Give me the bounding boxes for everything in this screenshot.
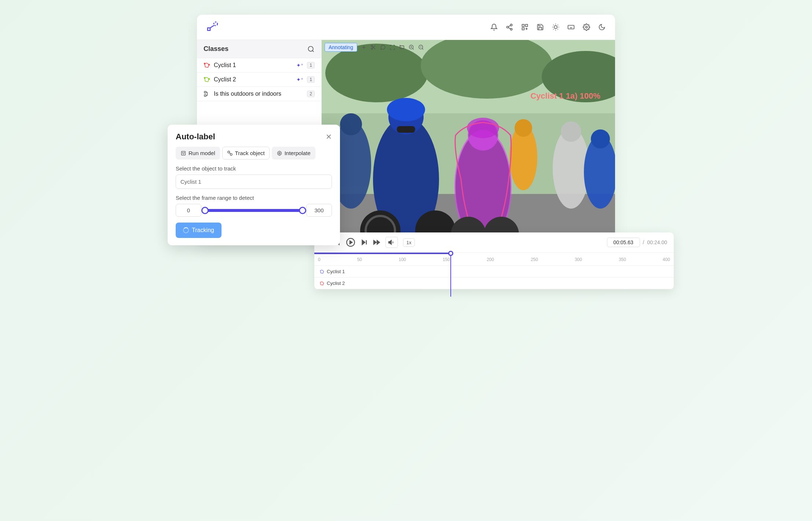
- svg-line-6: [508, 27, 511, 29]
- grid-icon[interactable]: [521, 23, 528, 31]
- svg-point-87: [228, 151, 230, 153]
- object-select-label: Select the object to track: [176, 165, 332, 172]
- svg-line-7: [508, 25, 511, 26]
- svg-line-17: [557, 29, 558, 29]
- modal-tabs: Run model Track object Interpolate: [176, 147, 332, 159]
- tab-interpolate[interactable]: Interpolate: [272, 147, 315, 159]
- current-time-input[interactable]: [607, 238, 640, 247]
- svg-point-66: [561, 121, 581, 142]
- status-badge[interactable]: Annotating: [325, 43, 357, 52]
- playback-speed-badge[interactable]: 1x: [403, 238, 415, 247]
- timeline-progress: [314, 253, 451, 254]
- class-count-badge: 1: [307, 76, 315, 83]
- svg-point-88: [230, 153, 232, 155]
- class-row-cyclist-2[interactable]: Cyclist 2 ✦⁺ 1: [197, 73, 321, 87]
- class-count-badge: 1: [307, 62, 315, 69]
- class-count-badge: 2: [307, 91, 315, 97]
- timeline-ticks: 0 50 100 150 200 250 300 350 400: [314, 253, 674, 264]
- frame-range-control: [176, 204, 332, 217]
- class-row-question[interactable]: Is this outdoors or indoors 2: [197, 87, 321, 101]
- svg-point-29: [308, 46, 313, 51]
- comment-icon[interactable]: [380, 44, 386, 50]
- canvas-image[interactable]: Cyclist 1 1a) 100%: [322, 40, 615, 245]
- fast-forward-icon[interactable]: [373, 239, 380, 246]
- range-handle-right[interactable]: [299, 207, 306, 214]
- tab-run-model[interactable]: Run model: [176, 147, 220, 159]
- svg-point-90: [277, 151, 281, 155]
- svg-point-28: [586, 26, 588, 28]
- classes-header: Classes: [197, 40, 321, 58]
- svg-rect-9: [526, 25, 528, 27]
- range-slider[interactable]: [204, 209, 304, 212]
- svg-point-84: [182, 153, 183, 153]
- svg-rect-72: [397, 126, 415, 133]
- notifications-icon[interactable]: [490, 23, 498, 31]
- play-icon[interactable]: [346, 238, 355, 247]
- share-icon[interactable]: [506, 23, 513, 31]
- svg-line-21: [557, 25, 558, 25]
- playhead[interactable]: [448, 251, 453, 256]
- svg-marker-99: [350, 241, 352, 244]
- top-bar: [197, 15, 615, 40]
- svg-point-5: [511, 28, 512, 30]
- playhead-line: [450, 253, 451, 297]
- tab-track-object[interactable]: Track object: [222, 147, 270, 159]
- svg-point-34: [209, 78, 210, 80]
- keyboard-icon[interactable]: [567, 23, 575, 31]
- range-from-input[interactable]: [176, 204, 201, 217]
- move-icon[interactable]: [361, 44, 367, 50]
- app-logo: [206, 21, 218, 33]
- timeline-controls: 1x / 00:24.00: [314, 232, 674, 253]
- class-label: Is this outdoors or indoors: [214, 91, 303, 97]
- auto-label-modal: Auto-label ✕ Run model Track object Inte…: [168, 125, 340, 245]
- time-display: / 00:24.00: [607, 238, 667, 247]
- svg-point-42: [371, 45, 373, 47]
- next-frame-icon[interactable]: [361, 239, 368, 246]
- cut-icon[interactable]: [370, 44, 376, 50]
- object-select-input[interactable]: [176, 175, 332, 189]
- svg-marker-100: [362, 240, 365, 245]
- time-separator: /: [643, 239, 644, 245]
- svg-rect-46: [400, 46, 404, 49]
- svg-line-2: [210, 25, 214, 28]
- tracking-button[interactable]: Tracking: [176, 223, 222, 238]
- brightness-icon[interactable]: [552, 23, 559, 31]
- settings-icon[interactable]: [583, 23, 590, 31]
- volume-button[interactable]: [385, 237, 398, 248]
- spinner-icon: [183, 227, 189, 233]
- range-handle-left[interactable]: [201, 207, 209, 214]
- search-icon[interactable]: [307, 45, 315, 53]
- svg-line-89: [229, 153, 230, 154]
- timeline-track[interactable]: 0 50 100 150 200 250 300 350 400: [314, 253, 674, 266]
- svg-point-32: [209, 64, 210, 65]
- svg-point-57: [325, 44, 428, 102]
- wand-icon[interactable]: ✦⁺: [296, 77, 303, 82]
- svg-rect-22: [568, 25, 574, 29]
- svg-point-85: [184, 153, 184, 153]
- range-select-label: Select the frame range to detect: [176, 195, 332, 201]
- svg-line-16: [553, 25, 554, 25]
- svg-point-13: [554, 26, 557, 29]
- zoom-in-icon[interactable]: [409, 44, 414, 50]
- save-icon[interactable]: [537, 23, 544, 31]
- zoom-out-icon[interactable]: [418, 44, 424, 50]
- timeline-row-cyclist-1[interactable]: Cyclist 1: [314, 266, 674, 278]
- svg-point-3: [511, 24, 512, 26]
- close-icon[interactable]: ✕: [326, 132, 332, 141]
- top-toolbar: [490, 23, 606, 31]
- svg-point-4: [507, 26, 509, 28]
- svg-marker-102: [377, 240, 380, 245]
- class-row-cyclist-1[interactable]: Cyclist 1 ✦⁺ 1: [197, 58, 321, 73]
- range-to-input[interactable]: [306, 204, 332, 217]
- svg-point-71: [387, 98, 425, 121]
- svg-line-53: [422, 48, 423, 49]
- wand-icon[interactable]: ✦⁺: [296, 62, 303, 68]
- polygon-icon: [319, 269, 325, 274]
- timeline-row-cyclist-2[interactable]: Cyclist 2: [314, 278, 674, 289]
- class-label: Cyclist 1: [214, 62, 293, 69]
- fit-icon[interactable]: [399, 44, 405, 50]
- dark-mode-icon[interactable]: [598, 23, 606, 31]
- canvas-area: Annotating: [322, 40, 615, 245]
- svg-point-33: [204, 77, 205, 78]
- fullscreen-icon[interactable]: [389, 44, 395, 50]
